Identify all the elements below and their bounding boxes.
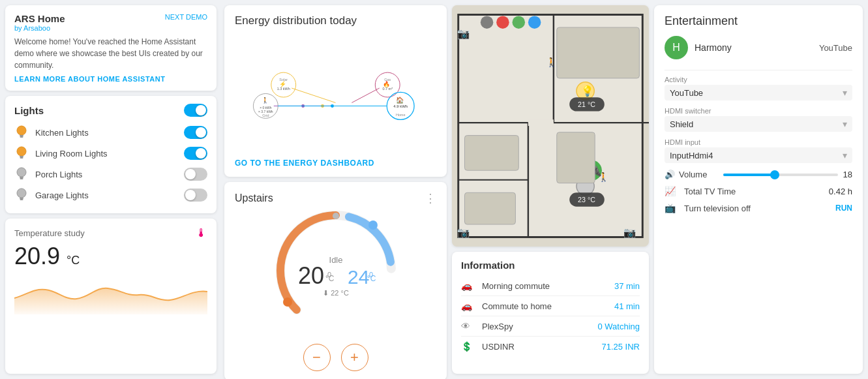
thermostat-menu-icon[interactable]: ⋮: [425, 191, 436, 205]
turn-off-row: 📺 Turn television off RUN: [665, 203, 852, 213]
svg-rect-1: [20, 135, 23, 136]
turn-off-icon: 📺: [665, 203, 679, 213]
svg-rect-11: [20, 199, 23, 200]
activity-label: Activity: [665, 76, 852, 83]
svg-text:°C: °C: [325, 274, 335, 283]
light-bulb-icon: [14, 188, 29, 202]
svg-point-3: [17, 147, 26, 156]
svg-rect-56: [528, 119, 554, 126]
temperature-card: Temperature study 🌡 20.9 °C: [5, 219, 217, 374]
lights-title: Lights: [14, 105, 44, 116]
light-item: Garage Lights: [14, 185, 207, 205]
light-toggle[interactable]: [184, 126, 207, 139]
svg-rect-4: [20, 156, 23, 157]
information-list: 🚗 Morning commute 37 min 🚗 Commute to ho…: [461, 276, 640, 356]
info-label: PlexSpy: [482, 322, 597, 331]
light-name: Garage Lights: [35, 190, 184, 200]
information-title: Information: [461, 260, 640, 271]
hdmi-input-label: HDMI input: [665, 138, 852, 146]
volume-slider[interactable]: [723, 174, 838, 176]
total-tv-value: 0.42 h: [829, 187, 852, 196]
entertainment-panel: Entertainment H Harmony YouTube Activity…: [654, 5, 863, 374]
activity-value: YouTube: [670, 88, 703, 98]
svg-rect-80: [557, 27, 640, 78]
volume-label: Volume: [679, 170, 718, 179]
hdmi-input-chevron-icon[interactable]: ▾: [843, 150, 847, 160]
info-row: 🚗 Morning commute 37 min: [461, 276, 640, 296]
svg-point-37: [271, 205, 401, 336]
info-row: 💲 USDINR 71.25 INR: [461, 337, 640, 356]
svg-text:💡: 💡: [581, 85, 594, 97]
entertainment-title: Entertainment: [665, 14, 852, 28]
svg-point-36: [271, 205, 401, 336]
svg-text:20: 20: [297, 262, 323, 289]
hdmi-input-row[interactable]: InputHdmi4 ▾: [665, 147, 852, 163]
light-bulb-icon: [14, 167, 29, 181]
run-button[interactable]: RUN: [835, 204, 852, 213]
svg-point-6: [17, 168, 26, 177]
hdmi-switcher-label: HDMI switcher: [665, 107, 852, 115]
thermostat-increase-button[interactable]: +: [341, 344, 368, 371]
energy-dashboard-link[interactable]: GO TO THE ENERGY DASHBOARD: [235, 159, 436, 168]
info-value: 37 min: [614, 281, 640, 291]
info-icon: 🚗: [461, 280, 475, 291]
svg-point-38: [271, 205, 401, 336]
next-demo-button[interactable]: NEXT DEMO: [165, 13, 207, 21]
svg-point-39: [283, 297, 292, 307]
learn-more-link[interactable]: LEARN MORE ABOUT HOME ASSISTANT: [14, 75, 207, 83]
by-link[interactable]: by Arsaboo: [14, 24, 65, 32]
light-toggle[interactable]: [184, 189, 207, 202]
app-description: Welcome home! You've reached the Home As…: [14, 36, 207, 71]
intro-card: ARS Home by Arsaboo NEXT DEMO Welcome ho…: [5, 5, 217, 91]
energy-title: Energy distribution today: [235, 14, 436, 27]
svg-text:× 0 kWh: × 0 kWh: [260, 106, 272, 110]
svg-text:21 °C: 21 °C: [578, 100, 595, 108]
volume-icon: 🔊: [665, 170, 675, 179]
svg-line-13: [352, 88, 379, 102]
thermostat-dial: Idle 20 .0 °C 24 .0 °C ⬇ 22 °C: [271, 205, 401, 336]
hdmi-switcher-chevron-icon[interactable]: ▾: [843, 119, 847, 129]
harmony-icon: H: [665, 36, 688, 59]
svg-text:📷: 📷: [623, 226, 636, 239]
lights-master-toggle[interactable]: [184, 104, 207, 117]
svg-text:🚶: 🚶: [262, 97, 269, 104]
volume-knob[interactable]: [770, 170, 779, 179]
svg-rect-2: [20, 136, 23, 138]
hdmi-switcher-row[interactable]: Shield ▾: [665, 116, 852, 132]
temp-unit: °C: [67, 254, 80, 267]
svg-text:⚡: ⚡: [279, 80, 287, 88]
light-toggle[interactable]: [184, 147, 207, 160]
info-icon: 👁: [461, 321, 475, 331]
light-bulb-icon: [14, 125, 29, 140]
total-tv-row: 📈 Total TV Time 0.42 h: [665, 186, 852, 196]
thermostat-card: Upstairs ⋮ Idle 20 .0 °C 24 .0 °C: [224, 182, 447, 379]
floorplan-card: 📷 📷 📷 📷 🚶 🚶 🚶 🚶 💡 21 °C 23 °C 🔌: [452, 5, 649, 247]
svg-text:°C: °C: [367, 274, 376, 283]
lights-list: Kitchen Lights Living Room Lights: [14, 122, 207, 205]
thermometer-icon: 🌡: [196, 226, 207, 240]
total-tv-label: Total TV Time: [684, 187, 829, 196]
hdmi-switcher-value: Shield: [670, 119, 693, 129]
thermostat-decrease-button[interactable]: −: [303, 344, 331, 371]
info-row: 🚗 Commute to home 41 min: [461, 296, 640, 316]
svg-point-61: [528, 16, 541, 28]
light-toggle[interactable]: [184, 168, 207, 181]
info-value: 41 min: [614, 301, 640, 311]
svg-text:🚶: 🚶: [546, 57, 558, 68]
info-label: USDINR: [482, 342, 601, 352]
info-icon: 🚗: [461, 301, 475, 311]
light-item: Porch Lights: [14, 164, 207, 185]
hdmi-switcher-field: HDMI switcher Shield ▾: [665, 107, 852, 132]
svg-text:24: 24: [348, 266, 369, 288]
activity-row[interactable]: YouTube ▾: [665, 85, 852, 100]
svg-text:📷: 📷: [457, 226, 470, 239]
info-value: 71.25 INR: [601, 342, 640, 352]
energy-card: Energy distribution today Solar ⚡ 1.3 kW…: [224, 5, 447, 177]
light-bulb-icon: [14, 146, 29, 160]
svg-text:0.7 m³: 0.7 m³: [382, 87, 393, 91]
svg-rect-82: [557, 132, 595, 183]
volume-row: 🔊 Volume 18: [665, 170, 852, 179]
info-row: 👁 PlexSpy 0 Watching: [461, 316, 640, 337]
activity-chevron-icon[interactable]: ▾: [843, 87, 847, 98]
svg-rect-81: [464, 192, 515, 224]
